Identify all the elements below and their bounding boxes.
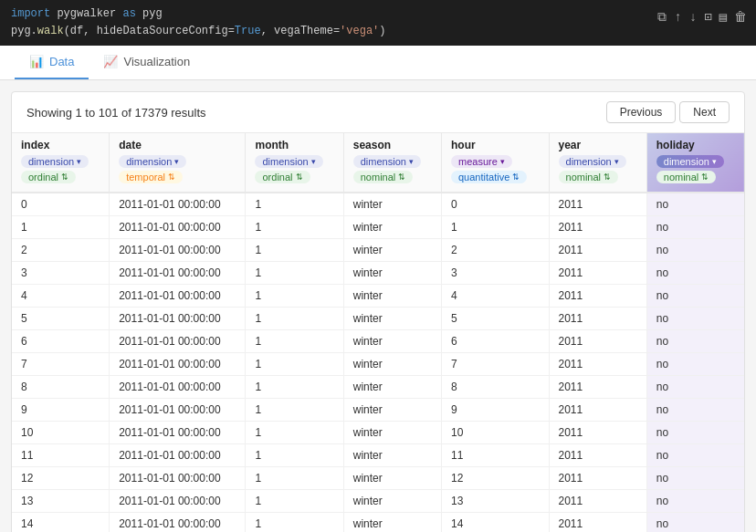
col-year: year dimension ▾ nominal ⇅	[549, 133, 646, 193]
copy-icon[interactable]: ⧉	[657, 7, 667, 27]
table-cell: 1	[246, 308, 343, 330]
table-cell: winter	[343, 262, 441, 285]
table-cell: 6	[12, 330, 110, 353]
table-body: 02011-01-01 00:00:001winter02011no12011-…	[12, 193, 744, 532]
table-cell: no	[646, 513, 744, 532]
table-row: 72011-01-01 00:00:001winter72011no	[12, 353, 744, 376]
table-cell: 2011	[549, 376, 646, 399]
table-cell: 5	[441, 308, 549, 330]
table-cell: no	[646, 239, 744, 262]
table-cell: winter	[343, 513, 441, 532]
previous-button[interactable]: Previous	[606, 101, 677, 123]
table-cell: no	[646, 193, 744, 216]
up-icon[interactable]: ↑	[674, 7, 681, 27]
table-cell: 1	[246, 262, 343, 285]
viz-tab-label: Visualization	[123, 55, 190, 68]
table-cell: 2011	[549, 262, 646, 285]
nav-buttons: Previous Next	[606, 101, 730, 123]
table-cell: 1	[246, 285, 343, 308]
next-button[interactable]: Next	[679, 101, 730, 123]
table-cell: 1	[246, 467, 343, 490]
delete-icon[interactable]: 🗑	[734, 7, 747, 27]
table-cell: 2011	[549, 513, 646, 532]
code-bar: import pygwalker as pyg pyg.walk(df, hid…	[0, 0, 756, 46]
table-cell: no	[646, 262, 744, 285]
table-cell: 1	[246, 490, 343, 513]
table-row: 62011-01-01 00:00:001winter62011no	[12, 330, 744, 353]
table-cell: 6	[441, 330, 549, 353]
table-row: 02011-01-01 00:00:001winter02011no	[12, 193, 744, 216]
table-cell: no	[646, 216, 744, 239]
table-cell: 2011	[549, 285, 646, 308]
table-cell: no	[646, 490, 744, 513]
table-cell: 1	[246, 376, 343, 399]
table-cell: 1	[246, 330, 343, 353]
table-cell: winter	[343, 490, 441, 513]
col-date: date dimension ▾ temporal ⇅	[110, 133, 246, 193]
table-cell: 2011-01-01 00:00:00	[110, 262, 246, 285]
table-cell: 1	[246, 239, 343, 262]
table-cell: 1	[246, 444, 343, 467]
table-cell: 11	[441, 444, 549, 467]
table-cell: 13	[12, 490, 110, 513]
table-cell: winter	[343, 422, 441, 444]
tab-data[interactable]: 📊 Data	[15, 46, 89, 79]
tab-visualization[interactable]: 📈 Visualization	[89, 46, 205, 79]
table-cell: 2011	[549, 422, 646, 444]
table-cell: 1	[246, 422, 343, 444]
table-cell: 8	[441, 376, 549, 399]
table-cell: 2011-01-01 00:00:00	[110, 422, 246, 444]
table-cell: 14	[441, 513, 549, 532]
table-cell: winter	[343, 239, 441, 262]
table-cell: 2011	[549, 467, 646, 490]
table-cell: 7	[12, 353, 110, 376]
main-content: Showing 1 to 101 of 17379 results Previo…	[11, 91, 745, 532]
menu-icon[interactable]: ▤	[719, 7, 727, 27]
table-cell: no	[646, 399, 744, 422]
table-cell: 2011	[549, 444, 646, 467]
table-cell: 4	[441, 285, 549, 308]
toolbar: Showing 1 to 101 of 17379 results Previo…	[12, 92, 744, 133]
table-row: 12011-01-01 00:00:001winter12011no	[12, 216, 744, 239]
table-header: index dimension ▾ ordinal ⇅ date dimensi…	[12, 133, 744, 193]
code-line1: import pygwalker as pyg	[11, 5, 745, 23]
table-cell: 0	[12, 193, 110, 216]
table-cell: 10	[12, 422, 110, 444]
table-cell: winter	[343, 308, 441, 330]
table-cell: 9	[12, 399, 110, 422]
table-cell: 2011-01-01 00:00:00	[110, 444, 246, 467]
table-cell: 14	[12, 513, 110, 532]
table-row: 92011-01-01 00:00:001winter92011no	[12, 399, 744, 422]
table-cell: 2	[12, 239, 110, 262]
table-wrapper: index dimension ▾ ordinal ⇅ date dimensi…	[12, 133, 744, 532]
table-cell: no	[646, 422, 744, 444]
table-cell: 2011-01-01 00:00:00	[110, 467, 246, 490]
layout-icon[interactable]: ⊡	[704, 7, 711, 27]
table-cell: winter	[343, 285, 441, 308]
table-row: 102011-01-01 00:00:001winter102011no	[12, 422, 744, 444]
table-cell: no	[646, 444, 744, 467]
col-holiday: holiday dimension ▾ nominal ⇅	[646, 133, 744, 193]
table-cell: 9	[441, 399, 549, 422]
table-row: 32011-01-01 00:00:001winter32011no	[12, 262, 744, 285]
table-cell: no	[646, 353, 744, 376]
table-row: 142011-01-01 00:00:001winter142011no	[12, 513, 744, 532]
table-cell: 3	[441, 262, 549, 285]
table-cell: no	[646, 285, 744, 308]
table-cell: 2011-01-01 00:00:00	[110, 513, 246, 532]
table-row: 82011-01-01 00:00:001winter82011no	[12, 376, 744, 399]
table-cell: 3	[12, 262, 110, 285]
showing-text: Showing 1 to 101 of 17379 results	[26, 106, 206, 120]
table-cell: 1	[246, 353, 343, 376]
data-tab-icon: 📊	[29, 55, 44, 68]
table-cell: winter	[343, 399, 441, 422]
table-cell: 2011	[549, 353, 646, 376]
table-cell: winter	[343, 330, 441, 353]
table-cell: 1	[12, 216, 110, 239]
table-cell: 2011-01-01 00:00:00	[110, 285, 246, 308]
down-icon[interactable]: ↓	[689, 7, 697, 27]
table-cell: 0	[441, 193, 549, 216]
table-cell: 2011-01-01 00:00:00	[110, 239, 246, 262]
table-cell: 11	[12, 444, 110, 467]
table-cell: 2011	[549, 239, 646, 262]
